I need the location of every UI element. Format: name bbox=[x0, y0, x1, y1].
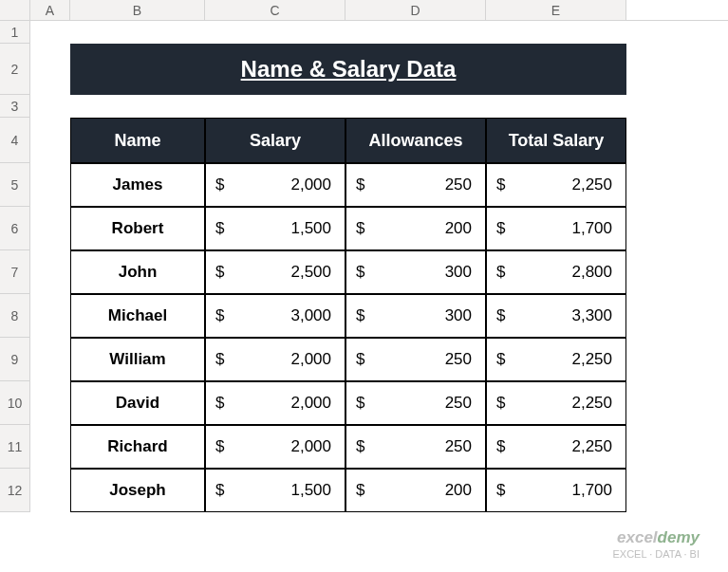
allowances-value: 200 bbox=[445, 481, 472, 500]
row-header-5[interactable]: 5 bbox=[0, 163, 30, 207]
cell-total[interactable]: $1,700 bbox=[486, 469, 626, 512]
cell-A9[interactable] bbox=[30, 338, 70, 381]
cell-name[interactable]: John bbox=[70, 250, 205, 294]
allowances-value: 250 bbox=[445, 175, 472, 194]
cell-total[interactable]: $2,250 bbox=[486, 425, 626, 469]
cell-A3[interactable] bbox=[30, 95, 70, 118]
row-4: 4 Name Salary Allowances Total Salary bbox=[0, 118, 728, 163]
row-header-1[interactable]: 1 bbox=[0, 21, 30, 44]
cell-A11[interactable] bbox=[30, 425, 70, 469]
row-11: 11Richard$2,000$250$2,250 bbox=[0, 425, 728, 469]
table-title[interactable]: Name & Salary Data bbox=[70, 44, 626, 95]
row-header-2[interactable]: 2 bbox=[0, 44, 30, 95]
currency-symbol: $ bbox=[496, 350, 505, 369]
currency-symbol: $ bbox=[215, 263, 224, 282]
cell-total[interactable]: $2,250 bbox=[486, 381, 626, 425]
cell-C1[interactable] bbox=[205, 21, 345, 44]
salary-value: 1,500 bbox=[290, 219, 331, 238]
cell-name[interactable]: James bbox=[70, 163, 205, 207]
cell-A4[interactable] bbox=[30, 118, 70, 163]
row-3: 3 bbox=[0, 95, 728, 118]
cell-A6[interactable] bbox=[30, 207, 70, 250]
header-name[interactable]: Name bbox=[70, 118, 205, 163]
row-header-3[interactable]: 3 bbox=[0, 95, 30, 118]
cell-allowances[interactable]: $250 bbox=[345, 425, 486, 469]
header-salary[interactable]: Salary bbox=[205, 118, 345, 163]
cell-C3[interactable] bbox=[205, 95, 345, 118]
column-headers: A B C D E bbox=[0, 0, 728, 21]
row-header-4[interactable]: 4 bbox=[0, 118, 30, 163]
cell-salary[interactable]: $2,000 bbox=[205, 381, 345, 425]
cell-name[interactable]: Richard bbox=[70, 425, 205, 469]
cell-name[interactable]: Robert bbox=[70, 207, 205, 250]
cell-salary[interactable]: $2,000 bbox=[205, 425, 345, 469]
currency-symbol: $ bbox=[496, 306, 505, 325]
cell-name[interactable]: Michael bbox=[70, 294, 205, 338]
header-total[interactable]: Total Salary bbox=[486, 118, 626, 163]
cell-E1[interactable] bbox=[486, 21, 626, 44]
row-header-6[interactable]: 6 bbox=[0, 207, 30, 250]
currency-symbol: $ bbox=[356, 437, 364, 456]
salary-value: 2,000 bbox=[290, 437, 331, 456]
row-header-9[interactable]: 9 bbox=[0, 338, 30, 381]
cell-salary[interactable]: $2,000 bbox=[205, 338, 345, 381]
col-header-C[interactable]: C bbox=[205, 0, 345, 20]
cell-total[interactable]: $1,700 bbox=[486, 207, 626, 250]
row-header-7[interactable]: 7 bbox=[0, 250, 30, 294]
row-header-11[interactable]: 11 bbox=[0, 425, 30, 469]
cell-salary[interactable]: $3,000 bbox=[205, 294, 345, 338]
col-header-E[interactable]: E bbox=[486, 0, 626, 20]
cell-A12[interactable] bbox=[30, 469, 70, 512]
col-header-A[interactable]: A bbox=[30, 0, 70, 20]
allowances-value: 300 bbox=[445, 263, 472, 282]
col-header-D[interactable]: D bbox=[345, 0, 486, 20]
allowances-value: 250 bbox=[445, 394, 472, 413]
cell-total[interactable]: $3,300 bbox=[486, 294, 626, 338]
cell-allowances[interactable]: $300 bbox=[345, 250, 486, 294]
row-header-12[interactable]: 12 bbox=[0, 469, 30, 512]
cell-A5[interactable] bbox=[30, 163, 70, 207]
allowances-value: 250 bbox=[445, 350, 472, 369]
currency-symbol: $ bbox=[356, 481, 364, 500]
watermark-brand: exceldemy bbox=[613, 528, 700, 547]
cell-salary[interactable]: $2,500 bbox=[205, 250, 345, 294]
cell-D3[interactable] bbox=[345, 95, 486, 118]
cell-allowances[interactable]: $250 bbox=[345, 381, 486, 425]
cell-total[interactable]: $2,250 bbox=[486, 163, 626, 207]
currency-symbol: $ bbox=[496, 263, 505, 282]
cell-A7[interactable] bbox=[30, 250, 70, 294]
cell-salary[interactable]: $1,500 bbox=[205, 207, 345, 250]
select-all-corner[interactable] bbox=[0, 0, 30, 20]
currency-symbol: $ bbox=[496, 394, 505, 413]
cell-allowances[interactable]: $250 bbox=[345, 163, 486, 207]
cell-B3[interactable] bbox=[70, 95, 205, 118]
cell-A2[interactable] bbox=[30, 44, 70, 95]
currency-symbol: $ bbox=[496, 437, 505, 456]
col-header-B[interactable]: B bbox=[70, 0, 205, 20]
cell-total[interactable]: $2,800 bbox=[486, 250, 626, 294]
cell-name[interactable]: David bbox=[70, 381, 205, 425]
cell-A10[interactable] bbox=[30, 381, 70, 425]
cell-allowances[interactable]: $250 bbox=[345, 338, 486, 381]
total-value: 2,800 bbox=[571, 263, 612, 282]
currency-symbol: $ bbox=[215, 306, 224, 325]
row-header-10[interactable]: 10 bbox=[0, 381, 30, 425]
currency-symbol: $ bbox=[215, 350, 224, 369]
total-value: 2,250 bbox=[571, 175, 612, 194]
cell-allowances[interactable]: $300 bbox=[345, 294, 486, 338]
cell-A1[interactable] bbox=[30, 21, 70, 44]
row-header-8[interactable]: 8 bbox=[0, 294, 30, 338]
cell-A8[interactable] bbox=[30, 294, 70, 338]
row-2: 2 Name & Salary Data bbox=[0, 44, 728, 95]
cell-allowances[interactable]: $200 bbox=[345, 469, 486, 512]
cell-name[interactable]: William bbox=[70, 338, 205, 381]
cell-E3[interactable] bbox=[486, 95, 626, 118]
cell-name[interactable]: Joseph bbox=[70, 469, 205, 512]
cell-salary[interactable]: $1,500 bbox=[205, 469, 345, 512]
cell-D1[interactable] bbox=[345, 21, 486, 44]
cell-B1[interactable] bbox=[70, 21, 205, 44]
cell-allowances[interactable]: $200 bbox=[345, 207, 486, 250]
cell-salary[interactable]: $2,000 bbox=[205, 163, 345, 207]
header-allowances[interactable]: Allowances bbox=[345, 118, 486, 163]
cell-total[interactable]: $2,250 bbox=[486, 338, 626, 381]
